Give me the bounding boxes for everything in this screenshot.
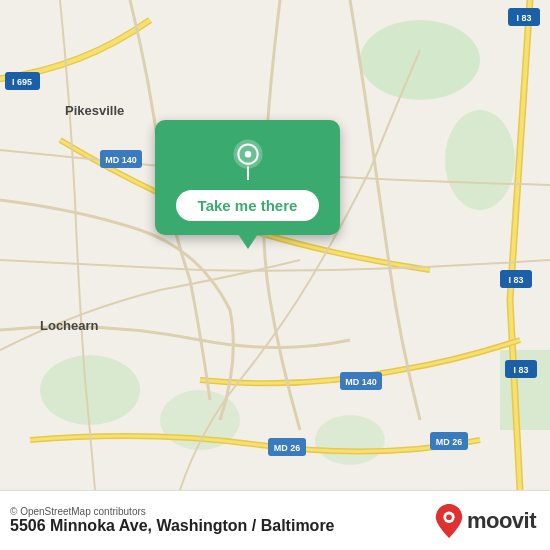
svg-text:I 83: I 83 xyxy=(513,365,528,375)
svg-point-2 xyxy=(40,355,140,425)
svg-text:MD 140: MD 140 xyxy=(345,377,377,387)
moovit-logo: moovit xyxy=(435,504,536,538)
location-popup: Take me there xyxy=(155,120,340,235)
svg-text:Pikesville: Pikesville xyxy=(65,103,124,118)
moovit-pin-icon xyxy=(435,504,463,538)
copyright-text: © OpenStreetMap contributors xyxy=(10,506,335,517)
svg-text:Lochearn: Lochearn xyxy=(40,318,99,333)
svg-point-4 xyxy=(315,415,385,465)
svg-point-1 xyxy=(445,110,515,210)
map-container: I 83 I 83 I 83 I 695 MD 140 MD 140 MD 26… xyxy=(0,0,550,490)
svg-text:I 83: I 83 xyxy=(508,275,523,285)
take-me-there-button[interactable]: Take me there xyxy=(176,190,320,221)
map-svg: I 83 I 83 I 83 I 695 MD 140 MD 140 MD 26… xyxy=(0,0,550,490)
svg-text:I 695: I 695 xyxy=(12,77,32,87)
svg-text:I 83: I 83 xyxy=(516,13,531,23)
pin-icon xyxy=(227,138,269,180)
svg-point-26 xyxy=(244,151,250,157)
moovit-brand-text: moovit xyxy=(467,508,536,534)
address-block: © OpenStreetMap contributors 5506 Minnok… xyxy=(10,506,335,535)
svg-text:MD 26: MD 26 xyxy=(436,437,463,447)
svg-point-0 xyxy=(360,20,480,100)
address-text: 5506 Minnoka Ave, Washington / Baltimore xyxy=(10,517,335,535)
svg-text:MD 26: MD 26 xyxy=(274,443,301,453)
svg-text:MD 140: MD 140 xyxy=(105,155,137,165)
bottom-bar: © OpenStreetMap contributors 5506 Minnok… xyxy=(0,490,550,550)
svg-point-28 xyxy=(446,514,452,520)
